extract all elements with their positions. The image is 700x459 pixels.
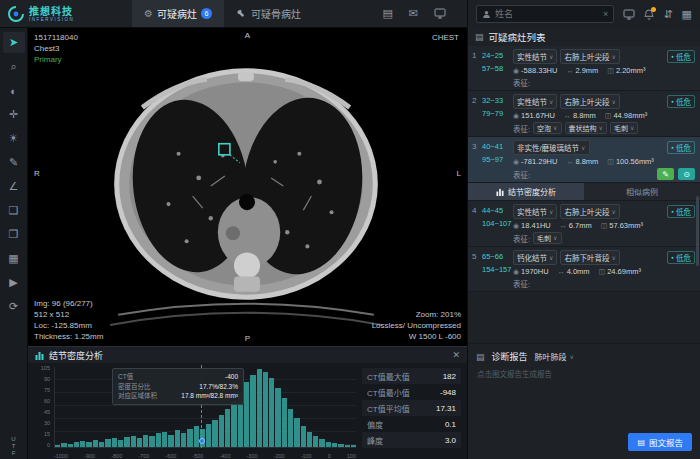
histogram-bar xyxy=(351,445,356,447)
lesion-item-1[interactable]: 1 24~25 57~58 实性结节∨ 右肺上叶尖段∨ ●低危 ◉-588.33… xyxy=(468,46,700,91)
trait-tag[interactable]: 毛刺∨ xyxy=(610,122,638,134)
slice-range-link[interactable]: 95~97 xyxy=(482,155,513,164)
diameter-icon: ↔ xyxy=(566,158,573,165)
angle-tool-icon[interactable]: ∠ xyxy=(3,176,25,197)
nodule-type-dropdown[interactable]: 实性结节∨ xyxy=(513,94,557,109)
reset-tool-icon[interactable]: ⟳ xyxy=(3,296,25,317)
nodule-type-dropdown[interactable]: 钙化结节∨ xyxy=(513,250,557,265)
histogram-bar xyxy=(319,439,324,447)
histogram-bar xyxy=(282,398,287,447)
nodule-type-dropdown[interactable]: 实性结节∨ xyxy=(513,204,557,219)
ct-viewport[interactable]: 1517118040 Chest3 Primary A CHEST R L P … xyxy=(28,28,467,346)
location-dropdown[interactable]: 右肺下叶背段∨ xyxy=(560,250,619,265)
histogram-x-axis: -1000-900-800-700-600-500-400-300-200-10… xyxy=(54,453,356,459)
marker-dot xyxy=(199,438,205,444)
lesion-metrics: ◉1970HU ↔4.0mm ◫24.69mm³ xyxy=(513,267,695,276)
slice-range-link[interactable]: 79~79 xyxy=(482,109,513,118)
display-icon[interactable] xyxy=(623,9,635,20)
slice-range-link[interactable]: 24~25 xyxy=(482,51,513,60)
window-level-tool-icon[interactable]: ☀ xyxy=(3,128,25,149)
scrollbar-thumb[interactable] xyxy=(696,196,699,266)
view-lesion-button[interactable]: ⊙ xyxy=(678,168,695,180)
risk-dot-icon: ● xyxy=(671,255,674,260)
tooltip-label: CT值 xyxy=(118,372,133,382)
slice-range-link[interactable]: 104~107 xyxy=(482,219,513,228)
histogram-bar xyxy=(137,438,142,447)
lesion-item-3-selected[interactable]: 3 40~41 95~97 非实性/磨玻璃结节∨ ●低危 ◉-781.29HU … xyxy=(468,137,700,183)
trait-tag[interactable]: 毛刺∨ xyxy=(533,232,561,244)
lesion-item-2[interactable]: 2 32~33 79~79 实性结节∨ 右肺上叶尖段∨ ●低危 ◉151.67H… xyxy=(468,91,700,137)
risk-badge: ●低危 xyxy=(667,50,695,63)
comment-tool-icon[interactable]: ❐ xyxy=(3,224,25,245)
trait-tag[interactable]: 囊状结构∨ xyxy=(565,122,607,134)
tooltip-label: 对应区域体积 xyxy=(118,391,157,401)
layout-tool-icon[interactable]: ▦ xyxy=(3,248,25,269)
pan-tool-icon[interactable]: ✛ xyxy=(3,104,25,125)
histogram-bar xyxy=(269,378,274,447)
location-dropdown[interactable]: 右肺上叶尖段∨ xyxy=(560,204,619,219)
window-level-overlay: W 1500 L -600 xyxy=(409,331,461,342)
tab-label: 可疑骨病灶 xyxy=(251,6,301,21)
x-tick-label: -300 xyxy=(247,453,258,459)
cursor-tool-icon[interactable]: ➤ xyxy=(3,32,25,53)
nodule-type-dropdown[interactable]: 实性结节∨ xyxy=(513,49,557,64)
location-dropdown[interactable]: 右肺上叶尖段∨ xyxy=(560,49,619,64)
note-tool-icon[interactable]: ❏ xyxy=(3,200,25,221)
generate-report-button[interactable]: ▤ 图文报告 xyxy=(628,433,692,451)
mail-icon[interactable]: ✉ xyxy=(409,7,418,20)
annotate-tool-icon[interactable]: ✎ xyxy=(3,152,25,173)
histogram-bar xyxy=(294,418,299,447)
ct-image[interactable] xyxy=(90,30,402,342)
slice-range-link[interactable]: 44~45 xyxy=(482,206,513,215)
lesion-list: 1 24~25 57~58 实性结节∨ 右肺上叶尖段∨ ●低危 ◉-588.33… xyxy=(468,46,700,343)
grid-layout-icon[interactable]: ▦ xyxy=(682,8,692,21)
histogram-bar xyxy=(175,430,180,447)
sort-icon[interactable]: ⇵ xyxy=(663,8,672,21)
slice-range-link[interactable]: 32~33 xyxy=(482,96,513,105)
lobe-segment-dropdown[interactable]: 肺叶肺段 ∨ xyxy=(535,351,574,362)
trait-tag[interactable]: 空泡∨ xyxy=(533,122,561,134)
lesion-item-4[interactable]: 4 44~45 104~107 实性结节∨ 右肺上叶尖段∨ ●低危 ◉18.41… xyxy=(468,201,700,247)
chevron-down-icon: ∨ xyxy=(570,354,574,360)
edit-lesion-button[interactable]: ✎ xyxy=(657,168,674,180)
document-icon[interactable]: ▤ xyxy=(382,7,392,20)
patient-search[interactable]: × xyxy=(476,5,614,23)
contrast-tool-icon[interactable]: ◐ xyxy=(3,80,25,101)
x-tick-label: -100 xyxy=(301,453,312,459)
histogram-bar xyxy=(332,443,337,447)
monitor-icon[interactable] xyxy=(434,8,446,19)
histogram-bar xyxy=(105,439,110,447)
location-dropdown[interactable]: 右肺上叶尖段∨ xyxy=(560,94,619,109)
report-text-area[interactable]: 点击图文报告生成报告 xyxy=(468,366,700,427)
slice-range-link[interactable]: 57~58 xyxy=(482,64,513,73)
histogram-bar xyxy=(206,424,211,447)
nodule-type-dropdown[interactable]: 非实性/磨玻璃结节∨ xyxy=(513,140,590,155)
lesion-index: 5 xyxy=(472,250,482,289)
slice-range-link[interactable]: 65~66 xyxy=(482,252,513,261)
slice-range-link[interactable]: 154~157 xyxy=(482,265,513,274)
y-tick-label: 105 xyxy=(30,365,50,371)
tab-suspicious-lesions[interactable]: ⚙ 可疑病灶 6 xyxy=(132,0,224,27)
nodule-location: 右肺下叶背段 xyxy=(564,252,609,263)
volume-icon: ◫ xyxy=(605,112,612,120)
person-icon xyxy=(482,10,491,19)
report-icon: ▤ xyxy=(476,352,485,362)
clear-search-icon[interactable]: × xyxy=(603,9,608,19)
close-icon[interactable]: ✕ xyxy=(452,350,460,360)
search-input[interactable] xyxy=(495,9,599,19)
risk-badge: ●低危 xyxy=(667,205,695,218)
lesion-item-5[interactable]: 5 65~66 154~157 钙化结节∨ 右肺下叶背段∨ ●低危 ◉1970H… xyxy=(468,247,700,292)
tab-density-analysis[interactable]: 结节密度分析 xyxy=(468,183,584,200)
chevron-down-icon: ∨ xyxy=(549,209,553,215)
slice-range-link[interactable]: 40~41 xyxy=(482,142,513,151)
diameter-icon: ↔ xyxy=(560,222,567,229)
zoom-tool-icon[interactable]: ⌕ xyxy=(3,56,25,77)
bell-icon[interactable] xyxy=(644,9,654,20)
tab-suspicious-bone-lesions[interactable]: 可疑骨病灶 xyxy=(224,0,313,27)
histogram-bar xyxy=(231,401,236,447)
play-tool-icon[interactable]: ▶ xyxy=(3,272,25,293)
tooltip-value: 17.8 mm³/82.8 mm³ xyxy=(181,391,238,401)
tab-similar-cases[interactable]: 相似病例 xyxy=(584,183,700,200)
nodule-type: 实性结节 xyxy=(517,206,547,217)
histogram-bar xyxy=(338,444,343,447)
